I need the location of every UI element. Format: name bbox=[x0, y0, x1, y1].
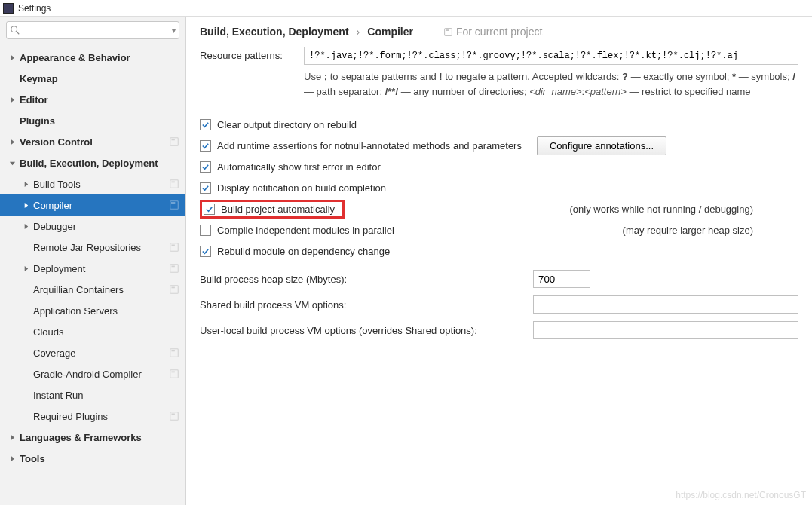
shared-vm-label: Shared build process VM options: bbox=[200, 299, 524, 311]
tree-item-label: Gradle-Android Compiler bbox=[33, 369, 166, 380]
svg-rect-20 bbox=[170, 286, 179, 294]
svg-marker-17 bbox=[24, 265, 28, 271]
tree-item-keymap[interactable]: Keymap bbox=[0, 68, 185, 89]
chevron-right-icon bbox=[21, 222, 30, 231]
user-vm-label: User-local build process VM options (ove… bbox=[200, 325, 524, 336]
svg-rect-30 bbox=[445, 28, 452, 35]
svg-rect-19 bbox=[172, 266, 175, 268]
tree-item-remote-jar-repositories[interactable]: Remote Jar Repositories bbox=[0, 237, 185, 258]
chevron-right-icon bbox=[8, 454, 17, 463]
chevron-right-icon bbox=[8, 137, 17, 146]
tree-item-label: Version Control bbox=[20, 136, 166, 148]
tree-item-label: Clouds bbox=[33, 326, 179, 338]
search-icon bbox=[10, 25, 20, 35]
tree-item-instant-run[interactable]: Instant Run bbox=[0, 384, 185, 406]
tree-item-languages-frameworks[interactable]: Languages & Frameworks bbox=[0, 427, 185, 448]
heap-size-label: Build process heap size (Mbytes): bbox=[200, 274, 524, 285]
resource-patterns-input[interactable] bbox=[304, 47, 798, 65]
tree-item-arquillian-containers[interactable]: Arquillian Containers bbox=[0, 279, 185, 300]
svg-rect-24 bbox=[170, 370, 179, 378]
clear-output-checkbox[interactable] bbox=[200, 119, 211, 130]
heap-size-input[interactable] bbox=[533, 270, 590, 288]
tree-item-application-servers[interactable]: Application Servers bbox=[0, 300, 185, 321]
svg-marker-3 bbox=[11, 96, 14, 102]
window-title: Settings bbox=[18, 3, 51, 14]
svg-rect-21 bbox=[172, 287, 175, 289]
svg-rect-16 bbox=[172, 245, 175, 246]
parallel-label: Compile independent modules in parallel bbox=[217, 225, 394, 236]
project-scope-icon bbox=[169, 369, 179, 379]
search-input[interactable] bbox=[22, 25, 172, 35]
tree-item-label: Build, Execution, Deployment bbox=[20, 158, 179, 169]
svg-rect-6 bbox=[172, 139, 175, 141]
svg-rect-15 bbox=[170, 243, 179, 252]
tree-item-compiler[interactable]: Compiler bbox=[0, 194, 185, 216]
project-scope-icon bbox=[169, 136, 179, 147]
for-current-project: For current project bbox=[443, 26, 542, 38]
parallel-checkbox[interactable] bbox=[200, 225, 211, 236]
svg-rect-18 bbox=[170, 265, 179, 273]
tree-item-label: Languages & Frameworks bbox=[20, 432, 179, 443]
svg-marker-29 bbox=[11, 455, 14, 461]
tree-item-version-control[interactable]: Version Control bbox=[0, 131, 185, 152]
tree-item-build-tools[interactable]: Build Tools bbox=[0, 173, 185, 194]
tree-item-debugger[interactable]: Debugger bbox=[0, 216, 185, 237]
tree-item-coverage[interactable]: Coverage bbox=[0, 342, 185, 363]
project-scope-icon bbox=[169, 284, 179, 295]
project-scope-icon bbox=[169, 179, 179, 189]
search-box[interactable]: ▾ bbox=[6, 21, 179, 39]
settings-sidebar: ▾ Appearance & BehaviorKeymapEditorPlugi… bbox=[0, 17, 186, 505]
build-auto-checkbox[interactable] bbox=[204, 204, 215, 215]
tree-item-label: Remote Jar Repositories bbox=[33, 242, 166, 253]
breadcrumb: Build, Execution, Deployment › Compiler … bbox=[186, 23, 812, 47]
svg-marker-7 bbox=[9, 161, 14, 165]
svg-rect-23 bbox=[172, 350, 175, 352]
build-auto-highlight: Build project automatically bbox=[200, 200, 345, 219]
build-auto-label: Build project automatically bbox=[221, 204, 335, 215]
tree-item-gradle-android-compiler[interactable]: Gradle-Android Compiler bbox=[0, 363, 185, 384]
auto-show-error-label: Automatically show first error in editor bbox=[217, 161, 381, 173]
svg-line-1 bbox=[17, 32, 20, 35]
tree-item-plugins[interactable]: Plugins bbox=[0, 110, 185, 131]
project-scope-icon bbox=[169, 411, 179, 421]
chevron-right-icon bbox=[8, 95, 17, 104]
breadcrumb-sep: › bbox=[357, 26, 360, 38]
display-notification-checkbox[interactable] bbox=[200, 182, 211, 194]
svg-marker-11 bbox=[24, 202, 28, 207]
tree-item-clouds[interactable]: Clouds bbox=[0, 321, 185, 342]
tree-item-build-execution-deployment[interactable]: Build, Execution, Deployment bbox=[0, 152, 185, 173]
tree-item-deployment[interactable]: Deployment bbox=[0, 258, 185, 279]
chevron-down-icon[interactable]: ▾ bbox=[172, 26, 176, 35]
project-scope-icon bbox=[169, 263, 179, 274]
svg-marker-8 bbox=[24, 181, 28, 186]
project-scope-icon bbox=[169, 242, 179, 252]
rebuild-dep-checkbox[interactable] bbox=[200, 246, 211, 257]
chevron-right-icon bbox=[8, 433, 17, 442]
svg-rect-31 bbox=[446, 29, 449, 31]
project-scope-icon bbox=[169, 347, 179, 358]
tree-item-label: Appearance & Behavior bbox=[20, 52, 179, 63]
breadcrumb-root: Build, Execution, Deployment bbox=[200, 26, 349, 38]
user-vm-input[interactable] bbox=[533, 321, 798, 339]
configure-annotations-button[interactable]: Configure annotations... bbox=[537, 136, 666, 155]
tree-item-label: Deployment bbox=[33, 263, 166, 274]
tree-item-label: Required Plugins bbox=[33, 411, 166, 422]
svg-marker-14 bbox=[24, 223, 28, 228]
chevron-right-icon bbox=[21, 179, 30, 188]
resource-patterns-help: Use ; to separate patterns and ! to nega… bbox=[304, 69, 798, 99]
breadcrumb-page: Compiler bbox=[367, 26, 413, 38]
svg-marker-28 bbox=[11, 434, 14, 439]
auto-show-error-checkbox[interactable] bbox=[200, 161, 211, 173]
tree-item-editor[interactable]: Editor bbox=[0, 89, 185, 110]
chevron-right-icon bbox=[8, 53, 17, 62]
svg-rect-27 bbox=[172, 414, 175, 415]
clear-output-label: Clear output directory on rebuild bbox=[217, 119, 357, 130]
runtime-assertions-checkbox[interactable] bbox=[200, 140, 211, 152]
tree-item-label: Plugins bbox=[20, 115, 179, 127]
tree-item-required-plugins[interactable]: Required Plugins bbox=[0, 406, 185, 427]
tree-item-appearance-behavior[interactable]: Appearance & Behavior bbox=[0, 47, 185, 68]
tree-item-tools[interactable]: Tools bbox=[0, 448, 185, 469]
tree-item-label: Arquillian Containers bbox=[33, 284, 166, 295]
svg-rect-9 bbox=[170, 180, 179, 188]
shared-vm-input[interactable] bbox=[533, 295, 798, 314]
